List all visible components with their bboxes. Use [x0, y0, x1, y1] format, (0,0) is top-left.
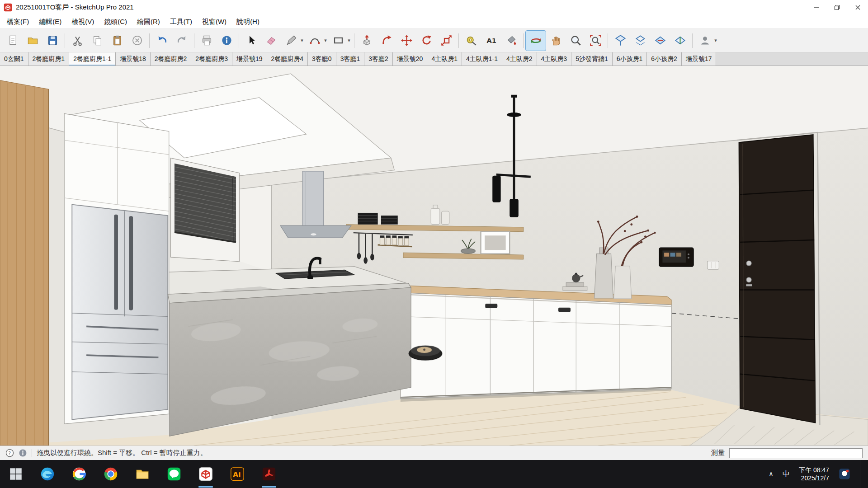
menu-file[interactable]: 檔案(F): [2, 15, 34, 28]
scene-tab-15[interactable]: 4主臥房3: [537, 52, 572, 66]
scene-tab-7[interactable]: 2餐廳廚房4: [267, 52, 308, 66]
start-button[interactable]: [0, 460, 32, 488]
sign-in-button[interactable]: [695, 31, 715, 51]
scene-tab-13[interactable]: 4主臥房1-1: [462, 52, 502, 66]
menu-tools[interactable]: 工具(T): [165, 15, 197, 28]
toolbar-separator: [608, 33, 608, 48]
taskbar-line-app[interactable]: [158, 460, 190, 488]
taskbar-sketchup[interactable]: [190, 460, 222, 488]
scene-tab-9[interactable]: 3客廳1: [336, 52, 365, 66]
paste-icon: [111, 34, 123, 47]
help-icon[interactable]: ?: [5, 449, 14, 457]
model-info-button[interactable]: [217, 31, 236, 51]
taskbar-acrobat[interactable]: [253, 460, 285, 488]
model-info-icon: [221, 34, 233, 47]
save-button[interactable]: [42, 31, 62, 51]
scene-tab-18[interactable]: 6小孩房2: [647, 52, 682, 66]
scene-tab-17[interactable]: 6小孩房1: [613, 52, 647, 66]
minimize-button[interactable]: [806, 0, 826, 15]
measurement-input[interactable]: [729, 448, 863, 458]
new-button[interactable]: [3, 31, 23, 51]
cabinet-handle: [485, 304, 497, 308]
move-tool-button[interactable]: [396, 31, 416, 51]
scene-tab-16[interactable]: 5沙發背牆1: [571, 52, 613, 66]
arc-tool-button[interactable]: [305, 31, 325, 51]
select-tool-button[interactable]: [241, 31, 261, 51]
refrigerator[interactable]: [72, 205, 168, 420]
paste-button[interactable]: [107, 31, 127, 51]
scene-tab-6[interactable]: 場景號19: [232, 52, 267, 66]
taskbar-clock[interactable]: 下午 08:47 2025/12/7: [799, 466, 829, 482]
scene-tab-2[interactable]: 2餐廳廚房1-1: [69, 52, 116, 66]
toolbar-separator: [149, 33, 150, 48]
paint-bucket-icon: [505, 34, 517, 47]
rotate-tool-button[interactable]: [416, 31, 436, 51]
wall-control-panel[interactable]: [659, 248, 693, 267]
zoom-extents-button[interactable]: [585, 31, 605, 51]
display-section-planes-button[interactable]: [630, 31, 650, 51]
scene-tab-11[interactable]: 場景號20: [393, 52, 428, 66]
line-icon: [285, 34, 297, 47]
taskbar-file-explorer[interactable]: [127, 460, 158, 488]
menu-view[interactable]: 檢視(V): [66, 15, 99, 28]
close-button[interactable]: [847, 0, 868, 15]
model-viewport[interactable]: [0, 66, 868, 446]
light-switch[interactable]: [708, 261, 719, 269]
scene-tab-19[interactable]: 場景號17: [682, 52, 717, 66]
scene-tab-4[interactable]: 2餐廳廚房2: [151, 52, 192, 66]
menu-edit[interactable]: 編輯(E): [34, 15, 66, 28]
scene-tab-0[interactable]: 0玄關1: [0, 52, 28, 66]
windows-logo-icon: [8, 466, 24, 482]
scale-tool-button[interactable]: [436, 31, 456, 51]
scene-tab-14[interactable]: 4主臥房2: [502, 52, 537, 66]
orbit-tool-button[interactable]: [526, 31, 546, 51]
display-section-cuts-button[interactable]: [650, 31, 670, 51]
cut-button[interactable]: [67, 31, 87, 51]
taskbar-google[interactable]: [63, 460, 95, 488]
menu-camera[interactable]: 鏡頭(C): [99, 15, 132, 28]
delete-button[interactable]: [127, 31, 147, 51]
window-blinds[interactable]: [170, 158, 239, 262]
eraser-tool-button[interactable]: [261, 31, 281, 51]
paint-bucket-tool-button[interactable]: [501, 31, 521, 51]
taskbar-edge[interactable]: [32, 460, 63, 488]
entry-door[interactable]: [737, 132, 820, 425]
menu-help[interactable]: 說明(H): [231, 15, 264, 28]
menu-draw[interactable]: 繪圖(R): [132, 15, 165, 28]
scene-tab-1[interactable]: 2餐廳廚房1: [28, 52, 70, 66]
text-tool-button[interactable]: [481, 31, 501, 51]
copy-icon: [91, 34, 104, 47]
redo-button[interactable]: [172, 31, 192, 51]
info-icon[interactable]: [19, 449, 27, 457]
scene-tab-10[interactable]: 3客廳2: [364, 52, 393, 66]
display-section-fill-button[interactable]: [670, 31, 690, 51]
scene-tab-8[interactable]: 3客廳0: [308, 52, 336, 66]
show-desktop-button[interactable]: [860, 460, 863, 488]
scene-tab-12[interactable]: 4主臥房1: [427, 52, 462, 66]
wood-panel-column[interactable]: [0, 80, 49, 446]
copy-button[interactable]: [87, 31, 107, 51]
tray-chevron-icon[interactable]: ∧: [769, 470, 774, 478]
eraser-icon: [265, 34, 278, 47]
ime-indicator[interactable]: 中: [783, 469, 790, 479]
follow-me-tool-button[interactable]: [377, 31, 396, 51]
tape-measure-tool-button[interactable]: [461, 31, 481, 51]
tray-app-icon[interactable]: [838, 468, 851, 480]
restore-button[interactable]: [826, 0, 847, 15]
zoom-tool-button[interactable]: [566, 31, 585, 51]
section-plane-button[interactable]: [610, 31, 630, 51]
taskbar-chrome[interactable]: [95, 460, 127, 488]
shapes-tool-button[interactable]: [328, 31, 348, 51]
scene-tab-3[interactable]: 場景號18: [116, 52, 151, 66]
taskbar-illustrator[interactable]: [222, 460, 253, 488]
robot-vacuum[interactable]: [409, 346, 442, 360]
pan-tool-button[interactable]: [546, 31, 566, 51]
base-cabinets[interactable]: [401, 286, 671, 402]
push-pull-tool-button[interactable]: [357, 31, 377, 51]
line-tool-button[interactable]: [281, 31, 301, 51]
open-button[interactable]: [23, 31, 42, 51]
print-button[interactable]: [197, 31, 217, 51]
scene-tab-5[interactable]: 2餐廳廚房3: [191, 52, 232, 66]
undo-button[interactable]: [152, 31, 172, 51]
menu-window[interactable]: 視窗(W): [197, 15, 231, 28]
